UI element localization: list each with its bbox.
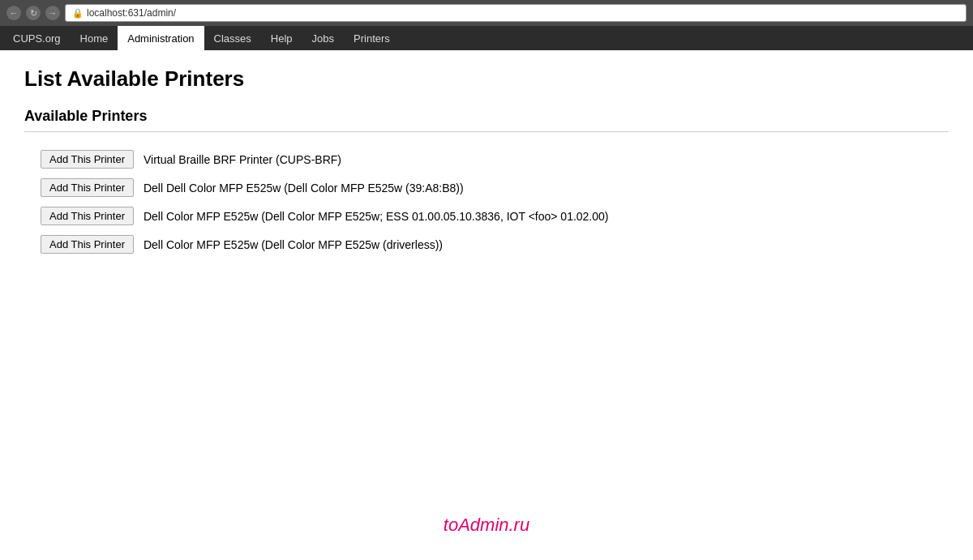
printer-name: Dell Dell Color MFP E525w (Dell Color MF… bbox=[144, 182, 464, 195]
section-divider bbox=[24, 131, 949, 132]
cups-nav: CUPS.org Home Administration Classes Hel… bbox=[0, 26, 973, 50]
section-title: Available Printers bbox=[24, 108, 949, 125]
list-item: Add This PrinterDell Dell Color MFP E525… bbox=[41, 173, 949, 202]
url-text: localhost:631/admin/ bbox=[87, 7, 176, 19]
nav-item-jobs[interactable]: Jobs bbox=[302, 26, 344, 50]
forward-button[interactable]: → bbox=[45, 6, 60, 20]
browser-chrome: ← ↻ → 🔒 localhost:631/admin/ CUPS.org Ho… bbox=[0, 0, 973, 50]
address-bar[interactable]: 🔒 localhost:631/admin/ bbox=[65, 4, 967, 22]
printer-name: Dell Color MFP E525w (Dell Color MFP E52… bbox=[144, 210, 609, 223]
add-printer-button[interactable]: Add This Printer bbox=[41, 207, 134, 225]
browser-toolbar: ← ↻ → 🔒 localhost:631/admin/ bbox=[0, 0, 973, 26]
nav-item-classes[interactable]: Classes bbox=[204, 26, 261, 50]
printer-list: Add This PrinterVirtual Braille BRF Prin… bbox=[24, 145, 949, 259]
nav-item-administration[interactable]: Administration bbox=[118, 26, 204, 50]
list-item: Add This PrinterVirtual Braille BRF Prin… bbox=[41, 145, 949, 173]
main-content: List Available Printers Available Printe… bbox=[0, 50, 973, 275]
nav-item-cups-org[interactable]: CUPS.org bbox=[3, 26, 71, 50]
back-button[interactable]: ← bbox=[6, 6, 21, 20]
reload-button[interactable]: ↻ bbox=[26, 6, 41, 20]
add-printer-button[interactable]: Add This Printer bbox=[41, 178, 134, 197]
list-item: Add This PrinterDell Color MFP E525w (De… bbox=[41, 202, 949, 230]
list-item: Add This PrinterDell Color MFP E525w (De… bbox=[41, 230, 949, 259]
nav-item-home[interactable]: Home bbox=[71, 26, 118, 50]
nav-item-help[interactable]: Help bbox=[261, 26, 302, 50]
printer-name: Dell Color MFP E525w (Dell Color MFP E52… bbox=[144, 238, 443, 251]
add-printer-button[interactable]: Add This Printer bbox=[41, 150, 134, 169]
nav-item-printers[interactable]: Printers bbox=[344, 26, 400, 50]
page-title: List Available Printers bbox=[24, 66, 949, 92]
add-printer-button[interactable]: Add This Printer bbox=[41, 235, 134, 254]
lock-icon: 🔒 bbox=[72, 8, 84, 19]
printer-name: Virtual Braille BRF Printer (CUPS-BRF) bbox=[144, 153, 341, 166]
